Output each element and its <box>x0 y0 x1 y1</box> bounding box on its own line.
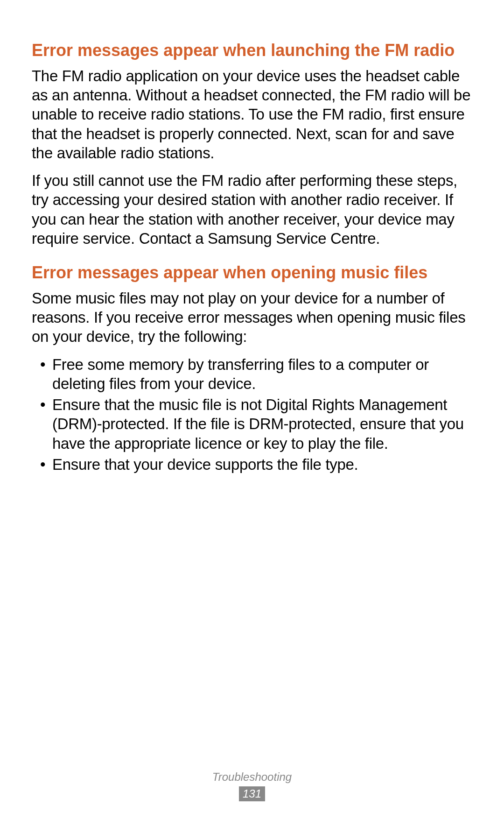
heading-music-files: Error messages appear when opening music… <box>32 262 472 284</box>
page-number: 131 <box>239 786 265 801</box>
page-content: Error messages appear when launching the… <box>0 0 504 474</box>
section-fm-radio: Error messages appear when launching the… <box>32 40 472 248</box>
footer-section-label: Troubleshooting <box>0 770 504 784</box>
section-music-files: Error messages appear when opening music… <box>32 262 472 474</box>
paragraph-text: Some music files may not play on your de… <box>32 289 472 346</box>
list-item: Ensure that the music file is not Digita… <box>42 395 472 453</box>
page-footer: Troubleshooting 131 <box>0 770 504 801</box>
list-item: Free some memory by transferring files t… <box>42 355 472 394</box>
paragraph-text: If you still cannot use the FM radio aft… <box>32 171 472 248</box>
heading-fm-radio: Error messages appear when launching the… <box>32 40 472 62</box>
list-item: Ensure that your device supports the fil… <box>42 455 472 474</box>
paragraph-text: The FM radio application on your device … <box>32 66 472 163</box>
bullet-list: Free some memory by transferring files t… <box>32 355 472 474</box>
